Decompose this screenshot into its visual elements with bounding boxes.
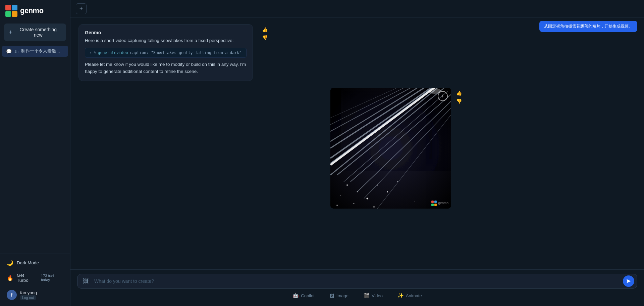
ai-message-text-before: Here is a short video capturing falling … [85, 37, 247, 44]
video-icon: 🎬 [363, 293, 370, 299]
bottom-tabs: 🤖 Copilot 🖼 Image 🎬 Video ✨ Animate [77, 289, 637, 301]
snowflake-image [330, 88, 451, 209]
tab-image-label: Image [336, 293, 348, 298]
ai-message: Genmo Here is a short video capturing fa… [78, 24, 253, 81]
input-row: 🖼 [77, 274, 637, 289]
chat-area: 从固定视角拍摄雪花飘落的短片，开始生成视频。 Genmo Here is a s… [70, 17, 644, 269]
send-icon [626, 278, 631, 284]
send-button[interactable] [623, 275, 634, 287]
media-block: + genmo 👍 👎 [330, 88, 451, 209]
sidebar-bottom: 🌙 Dark Mode 🔥 Get Turbo 173 fuel today f… [0, 254, 70, 306]
svg-rect-0 [5, 5, 11, 10]
tab-video[interactable]: 🎬 Video [361, 291, 385, 300]
history-title: 制作一个令人着迷的图像动画 [21, 48, 64, 54]
ai-message-text-after: Please let me know if you would like me … [85, 61, 247, 75]
thumbs-down-button[interactable]: 👎 [261, 34, 268, 41]
get-turbo-item[interactable]: 🔥 Get Turbo 173 fuel today [4, 270, 66, 285]
media-thumbs-up-button[interactable]: 👍 [455, 90, 463, 96]
user-info: fan yang Log out [20, 290, 37, 300]
dark-mode-item[interactable]: 🌙 Dark Mode [4, 257, 66, 268]
watermark-text: genmo [438, 201, 448, 205]
svg-point-26 [397, 181, 398, 182]
dark-mode-label: Dark Mode [17, 260, 39, 265]
image-tab-icon: 🖼 [329, 293, 334, 299]
svg-point-25 [387, 191, 388, 192]
tab-video-label: Video [372, 293, 383, 298]
svg-rect-1 [12, 5, 17, 10]
media-actions: 👍 👎 [455, 90, 463, 104]
plus-icon: + [9, 29, 12, 36]
ai-message-wrapper: Genmo Here is a short video capturing fa… [78, 24, 256, 81]
media-thumbs-down-button[interactable]: 👎 [455, 98, 463, 104]
copilot-icon: 🤖 [292, 293, 299, 299]
tab-animate[interactable]: ✨ Animate [395, 291, 425, 300]
svg-point-28 [354, 203, 355, 204]
chat-icon: 💬 [6, 49, 12, 54]
history-time: 1h [14, 49, 18, 53]
animate-icon: ✨ [397, 293, 404, 299]
user-area[interactable]: f fan yang Log out [4, 287, 66, 303]
svg-point-21 [357, 191, 358, 192]
avatar: f [7, 290, 17, 300]
tooltip-bubble: 从固定视角拍摄雪花飘落的短片，开始生成视频。 [539, 21, 637, 32]
code-pencil-icon: ✎ [94, 50, 96, 55]
svg-point-30 [373, 206, 375, 208]
svg-rect-3 [12, 11, 17, 17]
svg-point-23 [377, 184, 378, 185]
plus-icon: + [79, 5, 83, 12]
code-function-name: generatevideo [98, 50, 128, 55]
svg-rect-33 [434, 201, 437, 203]
svg-point-20 [346, 184, 348, 186]
create-button-label: Create something new [15, 27, 61, 38]
generated-video-preview: + genmo [330, 88, 451, 209]
user-name: fan yang [20, 290, 37, 295]
sidebar: genmo + Create something new 💬 1h 制作一个令人… [0, 0, 70, 306]
media-expand-button[interactable]: + [438, 91, 448, 101]
thumbs-up-button[interactable]: 👍 [261, 26, 268, 33]
message-actions: 👍 👎 [261, 26, 268, 41]
genmo-watermark: genmo [431, 201, 448, 206]
code-block: › ✎ generatevideo caption: "Snowflakes g… [85, 48, 247, 58]
main-content: + 从固定视角拍摄雪花飘落的短片，开始生成视频。 Genmo Here is a… [70, 0, 644, 306]
svg-point-24 [340, 195, 341, 195]
new-chat-button[interactable]: + [76, 3, 87, 14]
fuel-badge: 173 fuel today [41, 274, 63, 282]
image-attach-button[interactable]: 🖼 [82, 276, 90, 286]
svg-rect-34 [431, 204, 434, 206]
svg-point-27 [336, 205, 338, 206]
get-turbo-label: Get Turbo [17, 273, 36, 283]
code-arrow: › [89, 50, 92, 55]
logo-text: genmo [20, 6, 44, 15]
input-area: 🖼 🤖 Copilot 🖼 Image 🎬 Video ✨ [70, 269, 644, 306]
svg-point-29 [414, 202, 415, 202]
tab-animate-label: Animate [406, 293, 422, 298]
svg-rect-4 [330, 88, 451, 209]
ai-sender-name: Genmo [85, 30, 247, 35]
logout-button[interactable]: Log out [20, 295, 36, 300]
fire-icon: 🔥 [7, 275, 13, 281]
svg-rect-35 [434, 204, 437, 206]
svg-rect-32 [431, 201, 434, 203]
moon-icon: 🌙 [7, 260, 13, 266]
chat-input[interactable] [93, 276, 620, 287]
create-button[interactable]: + Create something new [4, 24, 66, 41]
tab-copilot-label: Copilot [301, 293, 314, 298]
svg-rect-2 [5, 11, 11, 17]
logo-area: genmo [0, 0, 70, 21]
sidebar-history: 💬 1h 制作一个令人着迷的图像动画 [0, 44, 70, 254]
logo-icon [5, 5, 17, 17]
watermark-logo [431, 201, 437, 206]
history-item[interactable]: 💬 1h 制作一个令人着迷的图像动画 [2, 46, 68, 57]
svg-point-22 [367, 198, 368, 199]
code-caption: caption: "Snowflakes gently falling from… [130, 50, 241, 55]
tab-copilot[interactable]: 🤖 Copilot [290, 291, 317, 300]
tab-image[interactable]: 🖼 Image [327, 291, 351, 300]
topbar: + [70, 0, 644, 17]
